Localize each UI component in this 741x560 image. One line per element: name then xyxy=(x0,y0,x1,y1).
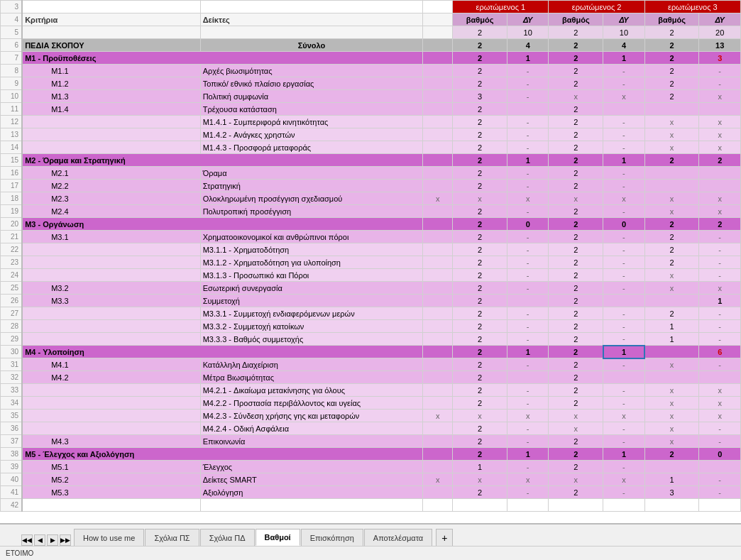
row-22: 22 M3.1.1 - Χρηματοδότηση 2 - 2 - 2 - xyxy=(1,243,741,256)
row-36: 36 M4.2.4 - Οδική Ασφάλεια 2 - x - x - xyxy=(1,422,741,435)
tab-vathmoi[interactable]: Βαθμοί xyxy=(256,529,300,546)
row-23: 23 M3.1.2 - Χρηματοδότηση για υλοποίηση … xyxy=(1,256,741,269)
tab-how-to-use[interactable]: How to use me xyxy=(74,529,144,546)
empty-c3 xyxy=(200,1,423,13)
pedia-row: 6 ΠΕΔΙΑ ΣΚΟΠΟΥ Σύνολο 2 4 2 4 2 13 xyxy=(1,39,741,52)
bathmos-2-header: βαθμός xyxy=(549,13,603,26)
row-37: 37 M4.3 Επικοινωνία 2 - 2 - x - xyxy=(1,435,741,448)
tab-apotelesmata[interactable]: Αποτελέσματα xyxy=(364,529,432,546)
column-header-row: 4 Κριτήρια Δείκτες βαθμός ΔΥ βαθμός ΔΥ β… xyxy=(1,13,741,26)
spreadsheet-container: 3 ερωτώμενος 1 ερωτώμενος 2 ερωτώμενος 3… xyxy=(0,0,741,560)
tab-add-button[interactable]: + xyxy=(436,529,453,546)
row-31: 31 M4.1 Κατάλληλη Διαχείριση 2 - 2 - x - xyxy=(1,358,741,371)
row-26: 26 M3.3 Συμμετοχή 2 2 1 xyxy=(1,295,741,307)
numeric-header-row: 5 2 10 2 10 2 20 xyxy=(1,26,741,39)
row-39: 39 M5.1 Έλεγχος 1 - 2 - xyxy=(1,461,741,473)
respondent-header-row: 3 ερωτώμενος 1 ερωτώμενος 2 ερωτώμενος 3 xyxy=(1,1,741,13)
m4-section-row: 30 M4 - Υλοποίηση 2 1 2 1 6 xyxy=(1,346,741,358)
tab-episkopisi[interactable]: Επισκόπηση xyxy=(301,529,363,546)
row-12: 12 M1.4.1 - Συμπεριφορά κινητικότητας 2 … xyxy=(1,116,741,128)
row-33: 33 M4.2.1 - Δικαίωμα μετακίνησης για όλο… xyxy=(1,384,741,397)
row-28: 28 M3.3.2 - Συμμετοχή κατοίκων 2 - 2 - 1… xyxy=(1,320,741,333)
main-table: 3 ερωτώμενος 1 ερωτώμενος 2 ερωτώμενος 3… xyxy=(0,0,741,512)
tab-nav-arrows: ◀◀ ◀ ▶ ▶▶ xyxy=(21,534,71,546)
m1-section-row: 7 M1 - Προϋποθέσεις 2 1 2 1 2 3 xyxy=(1,52,741,65)
pedia-label: ΠΕΔΙΑ ΣΚΟΠΟΥ xyxy=(22,39,200,52)
m5-section-row: 38 M5 - Έλεγχος και Αξιολόγηση 2 1 2 1 2… xyxy=(1,448,741,461)
m5-label: M5 - Έλεγχος και Αξιολόγηση xyxy=(22,448,423,461)
row-11: 11 M1.4 Τρέχουσα κατάσταση 2 2 xyxy=(1,103,741,116)
row-27: 27 M3.3.1 - Συμμετοχή ενδιαφερόμενων μερ… xyxy=(1,307,741,320)
row-14: 14 M1.4.3 - Προσφορά μεταφοράς 2 - 2 - x… xyxy=(1,141,741,154)
bathmos-3-header: βαθμός xyxy=(644,13,699,26)
empty-d3 xyxy=(423,1,453,13)
num-10-2: 10 xyxy=(603,26,645,39)
respondent-1-header: ερωτώμενος 1 xyxy=(453,1,549,13)
m4-label: M4 - Υλοποίηση xyxy=(22,346,423,358)
num-10-1: 10 xyxy=(507,26,549,39)
num-2-2: 2 xyxy=(549,26,603,39)
m1-label: M1 - Προϋποθέσεις xyxy=(22,52,423,65)
tab-nav-left-left[interactable]: ◀◀ xyxy=(21,534,33,546)
row-40: 40 M5.2 Δείκτες SMART x x x x x 1 - xyxy=(1,473,741,486)
tab-nav-left[interactable]: ◀ xyxy=(34,534,45,546)
row-34: 34 M4.2.2 - Προστασία περιβάλλοντος και … xyxy=(1,397,741,410)
dy-1-header: ΔΥ xyxy=(507,13,549,26)
row-13: 13 M1.4.2 - Ανάγκες χρηστών 2 - 2 - x x xyxy=(1,128,741,141)
respondent-3-header: ερωτώμενος 3 xyxy=(644,1,740,13)
row-10: 10 M1.3 Πολιτική συμφωνία 3 - x x 2 x xyxy=(1,90,741,103)
row-17: 17 M2.2 Στρατηγική 2 - 2 - xyxy=(1,180,741,192)
num-2-1: 2 xyxy=(453,26,507,39)
num-20-3: 20 xyxy=(699,26,741,39)
tab-scholia-ps[interactable]: Σχόλια ΠΣ xyxy=(145,529,199,546)
status-text: ΕΤΟΙΜΟ xyxy=(6,549,33,557)
tab-nav-right-right[interactable]: ▶▶ xyxy=(60,534,71,546)
tab-bar: ◀◀ ◀ ▶ ▶▶ How to use me Σχόλια ΠΣ Σχόλια… xyxy=(0,523,741,546)
status-bar: ΕΤΟΙΜΟ xyxy=(0,546,741,560)
row-35: 35 M4.2.3 - Σύνδεση χρήσης γης και μεταφ… xyxy=(1,410,741,422)
tab-scholia-pd[interactable]: Σχόλια ΠΔ xyxy=(200,529,255,546)
row-8: 8 M1.1 Αρχές βιωσιμότητας 2 - 2 - 2 - xyxy=(1,65,741,77)
dy-3-header: ΔΥ xyxy=(699,13,741,26)
row-9: 9 M1.2 Τοπικό/ εθνικό πλαίσιο εργασίας 2… xyxy=(1,77,741,90)
row-18: 18 M2.3 Ολοκληρωμένη προσέγγιση σχεδιασμ… xyxy=(1,192,741,205)
m2-section-row: 15 M2 - Όραμα και Στρατηγική 2 1 2 1 2 2 xyxy=(1,154,741,167)
bathmos-1-header: βαθμός xyxy=(453,13,507,26)
empty-b3 xyxy=(22,1,200,13)
row-41: 41 M5.3 Αξιολόγηση 2 - 2 - 3 - xyxy=(1,486,741,499)
m3-section-row: 20 M3 - Οργάνωση 2 0 2 0 2 2 xyxy=(1,218,741,231)
row-32: 32 M4.2 Μέτρα Βιωσιμότητας 2 2 xyxy=(1,371,741,384)
row-num-7: 7 xyxy=(1,52,23,65)
respondent-2-header: ερωτώμενος 2 xyxy=(549,1,644,13)
row-16: 16 M2.1 Όραμα 2 - 2 - xyxy=(1,167,741,180)
deiktes-header: Δείκτες xyxy=(200,13,423,26)
scroll-area[interactable]: 3 ερωτώμενος 1 ερωτώμενος 2 ερωτώμενος 3… xyxy=(0,0,741,523)
row-25: 25 M3.2 Εσωτερική συνεργασία 2 - 2 - x x xyxy=(1,282,741,295)
row-19: 19 M2.4 Πολυτροπική προσέγγιση 2 - 2 - x… xyxy=(1,205,741,218)
num-2-3: 2 xyxy=(644,26,699,39)
row-num-5: 5 xyxy=(1,26,23,39)
row-num-3: 3 xyxy=(1,1,23,13)
row-29: 29 M3.3.3 - Βαθμός συμμετοχής 2 - 2 - 1 … xyxy=(1,333,741,346)
tab-nav-right[interactable]: ▶ xyxy=(47,534,58,546)
row-21: 21 M3.1 Χρηματοοικονομικοί και ανθρώπινο… xyxy=(1,231,741,243)
dy-2-header: ΔΥ xyxy=(603,13,645,26)
synolo-label: Σύνολο xyxy=(200,39,423,52)
criteria-header: Κριτήρια xyxy=(22,13,200,26)
row-24: 24 M3.1.3 - Προσωπικό και Πόροι 2 - 2 - … xyxy=(1,269,741,282)
m2-label: M2 - Όραμα και Στρατηγική xyxy=(22,154,423,167)
row-num-6: 6 xyxy=(1,39,23,52)
m3-label: M3 - Οργάνωση xyxy=(22,218,423,231)
row-42: 42 xyxy=(1,499,741,512)
row-num-4: 4 xyxy=(1,13,23,26)
